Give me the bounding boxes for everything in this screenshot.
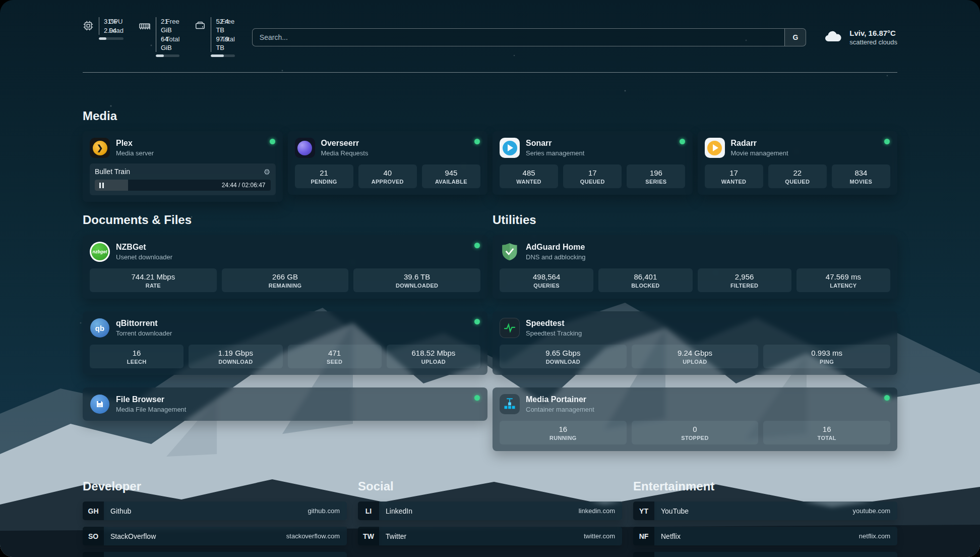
nzbget-icon: nzbget <box>90 242 110 262</box>
stats-row: 498,564 QUERIES 86,401 BLOCKED 2,956 FIL… <box>500 268 890 292</box>
bookmark-url: github.com <box>308 507 347 515</box>
bookmark-name: Github <box>104 507 131 515</box>
service-card-filebrowser[interactable]: File Browser Media File Management <box>83 387 487 421</box>
bookmark-abbr: GH <box>83 502 104 520</box>
service-card-adguard[interactable]: AdGuard Home DNS and adblocking 498,564 … <box>493 235 897 299</box>
documents-column: nzbget NZBGet Usenet downloader 744.21 M… <box>83 235 487 421</box>
stat-queued: 22 QUEUED <box>768 164 827 188</box>
section-title-social: Social <box>358 479 622 493</box>
adguard-icon <box>500 242 520 262</box>
status-dot <box>474 395 480 401</box>
bookmark-abbr: RE <box>633 552 654 557</box>
section-title-utilities: Utilities <box>493 213 897 227</box>
stat-downloaded: 39.6 TB DOWNLOADED <box>353 268 480 292</box>
filebrowser-icon <box>90 394 110 414</box>
plex-icon: ❯ <box>90 138 110 158</box>
bookmark-twitter[interactable]: TW Twittertwitter.com <box>358 527 622 545</box>
stat-wanted: 17 WANTED <box>705 164 763 188</box>
bookmark-reddit[interactable]: RE Redditreddit.com <box>633 552 897 557</box>
bookmark-url: stackoverflow.com <box>286 532 347 540</box>
service-card-overseerr[interactable]: Overseerr Media Requests 21 PENDING 40 A… <box>288 131 488 195</box>
disk-progress-bar <box>211 54 234 57</box>
bookmark-columns: Developer GH Githubgithub.com SO StackOv… <box>83 479 897 557</box>
pause-icon[interactable] <box>99 183 104 188</box>
service-card-nzbget[interactable]: nzbget NZBGet Usenet downloader 744.21 M… <box>83 235 487 299</box>
gear-icon[interactable]: ⚙ <box>264 168 270 176</box>
disk-widget: 52.4 TB Free 97.9 TB Total <box>195 17 234 57</box>
bookmark-abbr: TW <box>358 527 379 545</box>
app-desc: Usenet downloader <box>116 253 172 261</box>
disk-free-value: 52.4 TB <box>216 17 216 34</box>
dashboard-content: 31% CPU 2.94 Load <box>0 0 980 557</box>
status-dot <box>884 139 890 144</box>
qbittorrent-icon: qb <box>90 318 110 338</box>
cloud-icon <box>823 29 843 45</box>
card-head: Speedtest Speedtest Tracking <box>500 318 890 338</box>
card-head: Media Portainer Container management <box>500 394 890 414</box>
disk-total-value: 97.9 TB <box>216 35 216 52</box>
search-provider-button[interactable]: G <box>784 29 806 46</box>
service-card-portainer[interactable]: Media Portainer Container management 16 … <box>493 387 897 451</box>
section-title-media: Media <box>83 109 897 123</box>
status-dot <box>270 139 275 144</box>
bookmark-abbr: NF <box>633 527 654 545</box>
overseerr-icon <box>295 138 315 158</box>
bookmark-column-social: Social LI LinkedInlinkedin.com TW Twitte… <box>358 479 622 545</box>
bookmark-github[interactable]: GH Githubgithub.com <box>83 502 347 520</box>
status-dot <box>474 139 480 144</box>
cpu-progress-bar <box>99 37 124 40</box>
app-desc: Media File Management <box>116 406 186 413</box>
service-card-plex[interactable]: ❯ Plex Media server Bullet Train ⚙ 24:44 <box>83 131 283 202</box>
bookmark-linkedin[interactable]: LI LinkedInlinkedin.com <box>358 502 622 520</box>
plex-now-playing: Bullet Train ⚙ 24:44 / 02:06:47 <box>90 163 276 195</box>
stats-row: 744.21 Mbps RATE 266 GB REMAINING 39.6 T… <box>90 268 480 292</box>
memory-total-label: Total <box>166 35 179 52</box>
stat-available: 945 AVAILABLE <box>422 164 480 188</box>
disk-free-label: Free <box>221 17 234 34</box>
bookmark-url: linkedin.com <box>579 507 622 515</box>
stat-queued: 17 QUEUED <box>563 164 622 188</box>
cpu-usage-value: 31% <box>104 17 104 26</box>
bookmark-name: LinkedIn <box>379 507 412 515</box>
bookmark-netflix[interactable]: NF Netflixnetflix.com <box>633 527 897 545</box>
bookmark-stackoverflow[interactable]: SO StackOverflowstackoverflow.com <box>83 527 347 545</box>
bookmark-youtube[interactable]: YT YouTubeyoutube.com <box>633 502 897 520</box>
metric-divider <box>99 17 99 35</box>
stat-latency: 47.569 ms LATENCY <box>797 268 890 292</box>
stat-download: 1.19 Gbps DOWNLOAD <box>189 345 282 368</box>
app-name: Overseerr <box>321 139 369 148</box>
portainer-icon <box>500 394 520 414</box>
weather-condition: scattered clouds <box>849 38 897 46</box>
app-name: Radarr <box>731 139 788 148</box>
stat-movies: 834 MOVIES <box>832 164 890 188</box>
bookmark-url: youtube.com <box>853 507 897 515</box>
section-title-entertainment: Entertainment <box>633 479 897 493</box>
app-name: Media Portainer <box>526 395 594 404</box>
service-card-qbittorrent[interactable]: qb qBittorrent Torrent downloader 16 LEE… <box>83 311 487 375</box>
service-card-radarr[interactable]: Radarr Movie management 17 WANTED 22 QUE… <box>698 131 898 195</box>
service-card-sonarr[interactable]: Sonarr Series management 485 WANTED 17 Q… <box>493 131 693 195</box>
service-card-speedtest[interactable]: Speedtest Speedtest Tracking 9.65 Gbps D… <box>493 311 897 375</box>
card-head: ❯ Plex Media server <box>90 138 276 158</box>
stat-rate: 744.21 Mbps RATE <box>90 268 217 292</box>
bookmark-dev[interactable]: DT DEVdev.to <box>83 552 347 557</box>
card-head: nzbget NZBGet Usenet downloader <box>90 242 480 262</box>
plex-seek-bar[interactable]: 24:44 / 02:06:47 <box>95 180 271 191</box>
stat-stopped: 0 STOPPED <box>632 421 759 444</box>
sonarr-icon <box>500 138 520 158</box>
stat-total: 16 TOTAL <box>763 421 890 444</box>
stats-row: 21 PENDING 40 APPROVED 945 AVAILABLE <box>295 164 481 188</box>
stat-seed: 471 SEED <box>288 345 382 368</box>
bookmark-abbr: LI <box>358 502 379 520</box>
stat-filtered: 2,956 FILTERED <box>698 268 791 292</box>
card-head: File Browser Media File Management <box>90 394 480 414</box>
app-name: File Browser <box>116 395 186 404</box>
stat-running: 16 RUNNING <box>500 421 627 444</box>
media-card-grid: ❯ Plex Media server Bullet Train ⚙ 24:44 <box>83 131 897 202</box>
cpu-load-value: 2.94 <box>104 26 104 35</box>
header-divider <box>83 72 897 73</box>
search-input[interactable] <box>253 29 784 46</box>
disk-icon <box>195 20 206 33</box>
bookmark-url: netflix.com <box>859 532 897 540</box>
stat-leech: 16 LEECH <box>90 345 183 368</box>
